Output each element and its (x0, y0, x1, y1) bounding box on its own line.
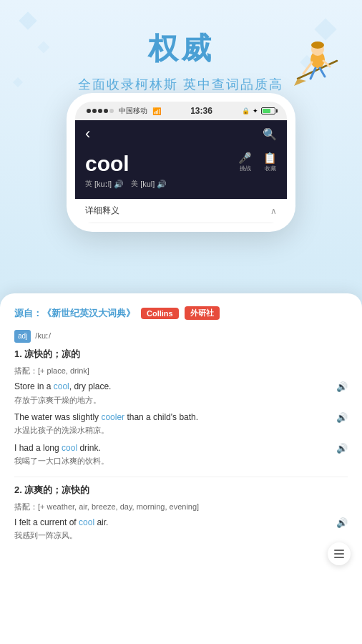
definition-2: 2. 凉爽的；凉快的 搭配：[+ weather, air, breeze, d… (14, 483, 348, 542)
status-right: 🔒 ✦ (242, 107, 275, 114)
def-number-1: 1. 凉快的；凉的 (14, 347, 348, 362)
phonetic-uk: [kuːl] (94, 180, 112, 189)
chevron-up-icon: ∧ (270, 206, 277, 216)
mic-icon: 🎤 (238, 152, 252, 165)
example-2-1: I felt a current of cool air. 我感到一阵凉风。 🔊 (14, 516, 348, 542)
status-bar: 中国移动 📶 13:36 🔒 ✦ (75, 102, 287, 120)
svg-point-2 (311, 42, 324, 49)
dictionary-content: adj /kuː/ 1. 凉快的；凉的 搭配：[+ place, drink] … (14, 330, 348, 542)
carrier-text: 中国移动 (119, 106, 147, 116)
detail-section[interactable]: 详细释义 ∧ (75, 199, 287, 223)
back-button[interactable]: ‹ (85, 126, 90, 142)
def-number-2: 2. 凉爽的；凉快的 (14, 483, 348, 498)
menu-float-button[interactable] (328, 542, 351, 565)
phonetic-dict: /kuː/ (35, 330, 51, 343)
bottom-card: 源自：《新世纪英汉大词典》 Collins 外研社 adj /kuː/ 1. 凉… (0, 293, 362, 644)
svg-line-8 (320, 68, 325, 77)
example-1-2: The water was slightly cooler than a chi… (14, 411, 348, 437)
speaker-btn-4[interactable]: 🔊 (336, 516, 348, 531)
mascot-character (290, 39, 341, 97)
source-line: 源自：《新世纪英汉大词典》 Collins 外研社 (14, 306, 348, 320)
collocation-1: 搭配：[+ place, drink] (14, 365, 348, 378)
phonetics: 英 [kuːl] 🔊 美 [kul] 🔊 (85, 179, 277, 189)
menu-line-1 (334, 550, 344, 551)
speaker-btn-3[interactable]: 🔊 (336, 441, 348, 457)
svg-marker-4 (294, 79, 306, 86)
bluetooth-icon: ✦ (253, 107, 258, 114)
signal-indicator (87, 109, 114, 113)
collocation-2: 搭配：[+ weather, air, breeze, day, morning… (14, 501, 348, 514)
badge-waiyanshe: 外研社 (185, 306, 220, 320)
collect-button[interactable]: 📋 收藏 (263, 152, 277, 172)
phonetic-us: [kul] (140, 180, 155, 188)
word-actions: 🎤 挑战 📋 收藏 (238, 152, 277, 172)
pos-line: adj /kuː/ (14, 330, 348, 343)
speaker-us-icon[interactable]: 🔊 (157, 180, 167, 189)
challenge-button[interactable]: 🎤 挑战 (238, 152, 252, 172)
pos-badge: adj (14, 330, 31, 343)
source-text: 源自：《新世纪英汉大词典》 (14, 307, 135, 320)
phone-mockup: 中国移动 📶 13:36 🔒 ✦ ‹ 🔍 (67, 93, 295, 232)
speaker-btn-1[interactable]: 🔊 (336, 380, 348, 395)
detail-tab-label: 详细释义 (85, 205, 119, 217)
battery-indicator (261, 107, 275, 114)
menu-line-3 (334, 557, 344, 558)
example-1-3: I had a long cool drink. 我喝了一大口冰爽的饮料。 🔊 (14, 441, 348, 468)
status-time: 13:36 (190, 106, 212, 116)
badge-collins: Collins (141, 308, 179, 319)
definition-1: 1. 凉快的；凉的 搭配：[+ place, drink] Store in a… (14, 347, 348, 468)
status-left: 中国移动 📶 (87, 106, 161, 116)
example-1-1: Store in a cool, dry place. 存放于凉爽干燥的地方。 … (14, 380, 348, 406)
speaker-uk-icon[interactable]: 🔊 (114, 180, 124, 189)
wifi-icon: 📶 (152, 107, 161, 115)
search-bar: ‹ 🔍 (75, 120, 287, 147)
menu-line-2 (334, 553, 344, 555)
speaker-btn-2[interactable]: 🔊 (336, 411, 348, 426)
search-icon[interactable]: 🔍 (263, 127, 277, 141)
bookmark-icon: 📋 (263, 152, 277, 165)
lock-icon: 🔒 (242, 107, 250, 114)
